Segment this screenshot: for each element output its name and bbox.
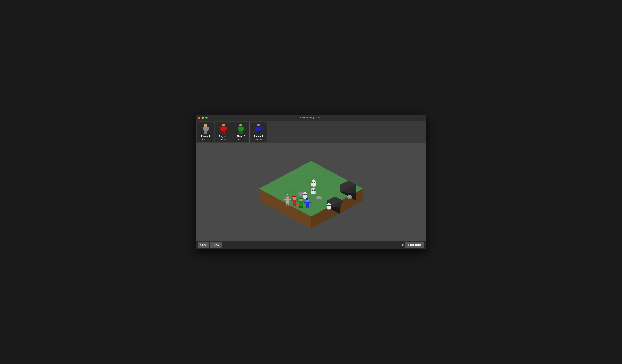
player-card-3[interactable]: Player 3 AP: 2/2 — [232, 122, 250, 142]
svg-rect-2 — [203, 127, 204, 130]
player-card-2[interactable]: Player 2 AP: 2/2 — [215, 122, 232, 142]
svg-rect-88 — [306, 206, 307, 208]
svg-rect-6 — [204, 124, 205, 125]
svg-rect-25 — [255, 127, 257, 130]
app-window: tactical-rogue (DEBUG) — [196, 114, 426, 250]
svg-point-58 — [316, 196, 322, 199]
svg-point-102 — [311, 189, 313, 191]
svg-rect-77 — [299, 201, 303, 206]
player3-sprite — [236, 124, 246, 134]
player1-ap: AP: 2/2 — [202, 138, 209, 141]
svg-rect-15 — [222, 124, 225, 126]
svg-rect-84 — [306, 201, 309, 206]
redo-button[interactable]: Redo — [210, 242, 221, 248]
svg-point-97 — [314, 182, 315, 183]
svg-rect-19 — [243, 127, 244, 130]
undo-button[interactable]: Undo — [198, 242, 209, 248]
svg-rect-73 — [292, 204, 294, 206]
action-counter: 0 — [402, 243, 404, 247]
svg-rect-24 — [256, 127, 261, 131]
player-card-4[interactable]: Player 4 AP: 2/2 — [250, 122, 267, 142]
player4-sprite — [254, 124, 264, 134]
svg-rect-7 — [207, 124, 207, 125]
svg-rect-79 — [299, 198, 303, 199]
svg-rect-21 — [241, 131, 243, 134]
svg-rect-8 — [204, 125, 207, 127]
svg-rect-28 — [259, 131, 260, 134]
svg-rect-66 — [288, 204, 290, 205]
svg-rect-63 — [286, 197, 289, 199]
svg-rect-62 — [286, 199, 290, 204]
bottom-right-controls: 0 End Turn — [402, 242, 424, 248]
svg-rect-4 — [204, 131, 206, 134]
player4-name: Player 4 — [254, 135, 263, 138]
bottom-left-controls: Undo Redo — [198, 242, 222, 248]
minimize-button[interactable] — [202, 116, 204, 119]
svg-point-109 — [305, 194, 307, 196]
player-panel: Player 1 AP: 2/2 Player 2 — [196, 121, 426, 144]
iso-map: 4 — [196, 144, 426, 241]
svg-rect-65 — [286, 204, 288, 205]
player-card-1[interactable]: Player 1 AP: 2/2 — [197, 122, 214, 142]
svg-rect-18 — [237, 127, 239, 130]
window-controls — [198, 116, 208, 119]
svg-rect-13 — [222, 131, 223, 134]
close-button[interactable] — [198, 116, 200, 119]
maximize-button[interactable] — [205, 116, 208, 119]
svg-rect-64 — [286, 196, 289, 197]
titlebar: tactical-rogue (DEBUG) — [196, 114, 426, 121]
player2-ap: AP: 2/2 — [220, 138, 227, 141]
player1-name: Player 1 — [201, 135, 210, 138]
svg-rect-26 — [261, 127, 262, 130]
svg-rect-20 — [239, 131, 241, 134]
svg-rect-82 — [297, 201, 299, 202]
svg-rect-11 — [220, 127, 222, 130]
svg-rect-1 — [204, 127, 208, 131]
svg-rect-91 — [309, 201, 311, 202]
svg-rect-74 — [295, 204, 296, 206]
player1-sprite — [201, 124, 211, 134]
svg-point-60 — [347, 195, 352, 198]
svg-point-103 — [313, 189, 315, 191]
svg-rect-72 — [292, 196, 296, 197]
main-content: Player 1 AP: 2/2 Player 2 — [196, 121, 426, 250]
svg-rect-27 — [257, 131, 258, 134]
player3-ap: AP: 2/2 — [237, 138, 244, 141]
svg-rect-76 — [296, 199, 298, 200]
bottom-bar: Undo Redo 0 End Turn — [196, 241, 426, 250]
svg-rect-67 — [284, 199, 286, 200]
player4-ap: AP: 2/2 — [255, 138, 262, 141]
svg-point-114 — [327, 205, 329, 206]
end-turn-button[interactable]: End Turn — [405, 242, 424, 248]
window-title: tactical-rogue (DEBUG) — [300, 116, 322, 119]
svg-rect-14 — [224, 131, 225, 134]
svg-rect-12 — [225, 127, 227, 130]
svg-rect-29 — [257, 124, 260, 126]
svg-point-115 — [330, 205, 331, 206]
svg-rect-10 — [221, 127, 225, 131]
svg-rect-70 — [292, 199, 296, 204]
svg-rect-89 — [308, 206, 309, 208]
svg-point-96 — [312, 182, 313, 183]
svg-rect-75 — [291, 199, 293, 200]
svg-text:4: 4 — [287, 194, 288, 196]
game-area[interactable]: 4 — [196, 144, 426, 241]
player2-name: Player 2 — [219, 135, 228, 138]
player2-sprite — [218, 124, 228, 134]
svg-rect-17 — [239, 127, 243, 131]
player3-name: Player 3 — [236, 135, 245, 138]
svg-rect-22 — [239, 124, 242, 126]
svg-rect-80 — [299, 206, 301, 207]
svg-point-108 — [303, 194, 305, 196]
svg-rect-81 — [301, 206, 303, 207]
svg-rect-5 — [206, 131, 207, 134]
svg-rect-90 — [304, 201, 306, 202]
svg-rect-3 — [207, 127, 209, 130]
